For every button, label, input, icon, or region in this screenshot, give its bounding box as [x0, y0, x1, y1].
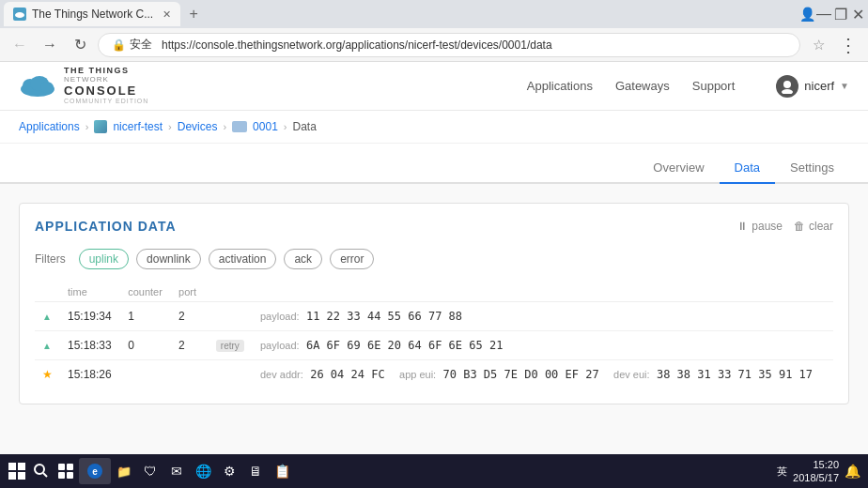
nav-applications[interactable]: Applications	[527, 79, 593, 93]
taskbar-clock: 15:20 2018/5/17	[793, 458, 839, 485]
pause-label: pause	[752, 220, 783, 233]
pause-button[interactable]: ⏸ pause	[736, 220, 783, 233]
svg-rect-8	[18, 463, 25, 470]
logo-area: THE THINGS NETWORK CONSOLE COMMUNITY EDI…	[19, 67, 148, 105]
row1-payload-value: 11 22 33 44 55 66 77 88	[306, 310, 462, 323]
address-bar[interactable]: 🔒 安全 https://console.thethingsnetwork.or…	[98, 33, 800, 57]
task-view-button[interactable]	[53, 458, 79, 484]
filter-activation[interactable]: activation	[209, 249, 277, 269]
nav-support[interactable]: Support	[692, 79, 736, 93]
app-data-section: APPLICATION DATA ⏸ pause 🗑 clear Filters…	[19, 203, 849, 404]
tab-data[interactable]: Data	[720, 153, 775, 184]
taskbar-folder[interactable]: 📁	[111, 458, 137, 484]
table-row: ★ 15:18:26 dev addr: 26 04 24 FC app eui…	[35, 360, 833, 389]
logo-text: THE THINGS NETWORK CONSOLE COMMUNITY EDI…	[64, 67, 148, 105]
forward-button[interactable]: →	[38, 33, 62, 57]
row3-counter	[120, 360, 171, 389]
taskbar-time: 15:20	[793, 458, 839, 471]
taskbar-browser2[interactable]: 🌐	[190, 458, 216, 484]
nav-gateways[interactable]: Gateways	[615, 79, 670, 93]
svg-line-12	[43, 473, 47, 477]
browser-chrome: The Things Network C... ✕ + 👤 — ❐ ✕ ← → …	[0, 0, 868, 62]
url-text: https://console.thethingsnetwork.org/app…	[162, 38, 552, 52]
taskbar-email[interactable]: ✉	[163, 458, 190, 484]
col-port: port	[171, 282, 205, 302]
lock-icon: 🔒	[112, 38, 126, 52]
row2-payload-value: 6A 6F 69 6E 20 64 6F 6E 65 21	[306, 339, 504, 352]
tab-overview[interactable]: Overview	[638, 153, 719, 184]
filter-ack[interactable]: ack	[284, 249, 322, 269]
breadcrumb-device-id[interactable]: 0001	[253, 120, 278, 133]
row2-indicator: ▲	[35, 331, 60, 360]
start-button[interactable]	[4, 458, 30, 484]
breadcrumb-sep-3: ›	[223, 121, 226, 132]
top-nav: THE THINGS NETWORK CONSOLE COMMUNITY EDI…	[0, 62, 868, 111]
profile-icon[interactable]: 👤	[800, 8, 814, 21]
active-tab[interactable]: The Things Network C... ✕	[4, 2, 180, 26]
col-indicator	[35, 282, 60, 302]
taskbar-shield[interactable]: 🛡	[137, 458, 163, 484]
taskbar-clipboard[interactable]: 📋	[269, 458, 295, 484]
svg-rect-9	[8, 472, 16, 480]
svg-point-4	[40, 82, 54, 93]
filter-error[interactable]: error	[330, 249, 374, 269]
svg-rect-14	[67, 464, 73, 470]
user-name-label: nicerf	[804, 79, 834, 93]
filter-uplink[interactable]: uplink	[79, 249, 129, 269]
svg-point-6	[782, 89, 793, 94]
app-icon	[94, 120, 107, 133]
tab-settings[interactable]: Settings	[775, 153, 849, 184]
col-payload	[253, 282, 833, 302]
row3-appeui-value: 70 B3 D5 7E D0 00 EF 27	[443, 368, 599, 381]
row2-payload: payload: 6A 6F 69 6E 20 64 6F 6E 65 21	[253, 331, 833, 360]
taskbar-settings[interactable]: ⚙	[216, 458, 242, 484]
row1-port: 2	[171, 302, 205, 331]
taskbar-right: 英 15:20 2018/5/17 🔔	[777, 458, 864, 485]
more-options-button[interactable]: ⋮	[836, 33, 860, 57]
row2-counter: 0	[120, 331, 171, 360]
svg-point-11	[35, 465, 44, 474]
notification-button[interactable]: 🔔	[845, 464, 860, 479]
back-button[interactable]: ←	[8, 33, 32, 57]
row1-payload: payload: 11 22 33 44 55 66 77 88	[253, 302, 833, 331]
tab-close-button[interactable]: ✕	[163, 8, 171, 21]
svg-point-0	[15, 12, 24, 18]
breadcrumb-nicerf[interactable]: nicerf-test	[113, 120, 163, 133]
tab-bar: The Things Network C... ✕ + 👤 — ❐ ✕	[0, 0, 868, 28]
security-badge: 🔒 安全	[108, 37, 156, 53]
user-avatar	[776, 75, 798, 98]
svg-rect-16	[67, 472, 73, 479]
row1-retry	[205, 302, 253, 331]
breadcrumb-sep-2: ›	[168, 121, 172, 132]
close-button[interactable]: ✕	[851, 8, 864, 21]
reload-button[interactable]: ↻	[68, 33, 92, 57]
nav-links: Applications Gateways Support nicerf ▼	[527, 75, 849, 98]
window-controls: 👤 — ❐ ✕	[800, 8, 864, 21]
user-menu[interactable]: nicerf ▼	[776, 75, 849, 98]
taskbar-browser-app[interactable]: e	[79, 458, 111, 484]
bookmark-button[interactable]: ☆	[806, 33, 830, 57]
row1-payload-label: payload:	[260, 311, 300, 322]
breadcrumb-devices[interactable]: Devices	[178, 120, 218, 133]
pause-icon: ⏸	[736, 220, 748, 233]
logo-cloud-icon	[19, 72, 56, 99]
row1-counter: 1	[120, 302, 171, 331]
breadcrumb-applications[interactable]: Applications	[19, 120, 80, 133]
taskbar-monitor[interactable]: 🖥	[242, 458, 269, 484]
maximize-button[interactable]: ❐	[834, 8, 847, 21]
svg-rect-7	[8, 463, 16, 470]
clear-button[interactable]: 🗑 clear	[794, 220, 833, 233]
taskbar: e 📁 🛡 ✉ 🌐 ⚙ 🖥 📋 英 15:20 2018/5/17 🔔	[0, 454, 868, 488]
new-tab-button[interactable]: +	[180, 2, 207, 26]
row2-time: 15:18:33	[60, 331, 120, 360]
section-header: APPLICATION DATA ⏸ pause 🗑 clear	[35, 219, 833, 234]
search-taskbar-button[interactable]	[30, 458, 53, 484]
table-row: ▲ 15:18:33 0 2 retry payload: 6A 6F 69 6…	[35, 331, 833, 360]
col-time: time	[60, 282, 120, 302]
svg-rect-15	[58, 472, 65, 479]
logo-community-label: COMMUNITY EDITION	[64, 98, 148, 105]
minimize-button[interactable]: —	[817, 8, 830, 21]
table-row: ▲ 15:19:34 1 2 payload: 11 22 33 44 55 6…	[35, 302, 833, 331]
filter-downlink[interactable]: downlink	[136, 249, 201, 269]
svg-point-5	[783, 81, 791, 88]
